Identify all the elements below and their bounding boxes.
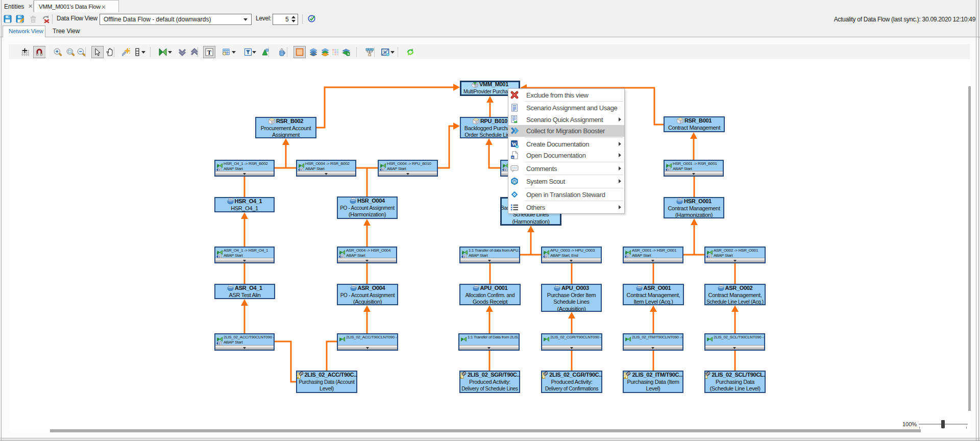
svg-text:T: T (207, 49, 211, 56)
svg-text:w: w (511, 155, 514, 159)
